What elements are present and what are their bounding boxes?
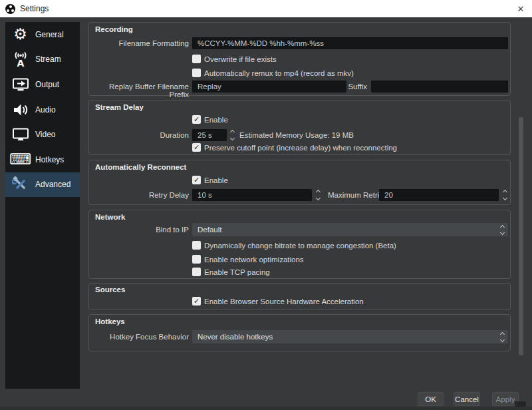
remux-label: Automatically remux to mp4 (record as mk… [204, 69, 354, 77]
sidebar-item-label: Video [35, 130, 55, 139]
stream-delay-section: Stream Delay Enable Duration Estimated M… [88, 100, 511, 155]
replay-prefix-label: Replay Buffer Filename Prefix [89, 83, 189, 99]
tcp-pacing-label: Enable TCP pacing [204, 268, 270, 276]
auto-reconnect-section: Automatically Reconnect Enable Retry Del… [88, 160, 511, 205]
suffix-label: Suffix [330, 83, 367, 91]
section-title: Automatically Reconnect [95, 163, 186, 171]
settings-window: { "window": { "title": "Settings" }, "ic… [0, 0, 532, 410]
stream-delay-enable-label: Enable [204, 116, 228, 124]
sidebar-item-label: General [35, 30, 64, 39]
section-title: Stream Delay [95, 103, 144, 111]
dynamic-bitrate-checkbox[interactable] [192, 241, 201, 250]
retry-delay-label: Retry Delay [89, 191, 189, 199]
hotkeys-section: Hotkeys Hotkey Focus Behavior Never disa… [88, 314, 511, 351]
dynamic-bitrate-label: Dynamically change bitrate to manage con… [204, 242, 396, 250]
keyboard-icon: ⌨ [11, 150, 29, 168]
hotkey-focus-dropdown[interactable]: Never disable hotkeys [192, 330, 508, 343]
window-title: Settings [20, 4, 49, 13]
section-title: Network [95, 213, 125, 221]
filename-formatting-label: Filename Formatting [89, 39, 189, 47]
svg-text:A: A [17, 58, 24, 68]
crossed-tools-icon [11, 176, 29, 194]
retry-delay-spinbox[interactable] [192, 189, 312, 201]
sidebar-item-advanced[interactable]: Advanced [5, 172, 80, 198]
dropdown-chevrons-icon [501, 330, 504, 343]
retry-delay-spin-arrows[interactable] [313, 189, 323, 201]
replay-prefix-input[interactable] [192, 81, 346, 93]
sidebar-item-hotkeys[interactable]: ⌨ Hotkeys [5, 147, 80, 172]
bind-to-ip-value: Default [198, 226, 221, 234]
remux-checkbox[interactable] [192, 69, 201, 77]
browser-hw-accel-label: Enable Browser Source Hardware Accelerat… [204, 298, 364, 306]
sidebar-item-label: Audio [35, 105, 56, 114]
cancel-button[interactable]: Cancel [454, 392, 480, 406]
bind-to-ip-label: Bind to IP [89, 226, 189, 234]
obs-logo-icon [5, 4, 15, 14]
sidebar-item-output[interactable]: Output [5, 72, 80, 97]
network-optimizations-label: Enable network optimizations [204, 256, 304, 264]
watermark [515, 401, 526, 407]
ok-button[interactable]: OK [418, 392, 444, 406]
duration-spin-arrows[interactable] [227, 129, 237, 141]
overwrite-label: Overwrite if file exists [204, 55, 277, 63]
broadcast-antenna-icon: A [11, 51, 29, 69]
settings-sidebar: ⚙ General A Stream Output [5, 22, 80, 389]
memory-usage-text: Estimated Memory Usage: 19 MB [239, 131, 354, 139]
gear-icon: ⚙ [11, 25, 29, 43]
network-section: Network Bind to IP Default Dynamically c… [88, 210, 511, 279]
recording-section: Recording Filename Formatting Overwrite … [88, 22, 511, 96]
sidebar-item-label: Advanced [35, 180, 70, 189]
preserve-cutoff-label: Preserve cutoff point (increase delay) w… [204, 144, 397, 152]
reconnect-enable-checkbox[interactable] [192, 176, 201, 184]
sidebar-item-stream[interactable]: A Stream [5, 47, 80, 73]
monitor-arrow-icon [11, 75, 29, 93]
section-title: Recording [95, 25, 133, 33]
sidebar-item-audio[interactable]: Audio [5, 97, 80, 122]
max-retries-spin-arrows[interactable] [500, 189, 509, 201]
section-title: Hotkeys [95, 317, 125, 325]
sources-section: Sources Enable Browser Source Hardware A… [88, 283, 511, 310]
section-title: Sources [95, 286, 125, 294]
network-optimizations-checkbox[interactable] [192, 255, 201, 264]
hotkey-focus-value: Never disable hotkeys [198, 333, 273, 341]
filename-formatting-input[interactable] [192, 37, 508, 49]
suffix-input[interactable] [371, 81, 508, 93]
max-retries-spinbox[interactable] [379, 189, 499, 201]
stream-delay-enable-checkbox[interactable] [192, 115, 201, 124]
sidebar-item-label: Stream [35, 55, 61, 64]
titlebar: Settings ✕ [0, 0, 532, 17]
close-icon[interactable]: ✕ [513, 2, 528, 15]
bind-to-ip-dropdown[interactable]: Default [192, 223, 508, 236]
vertical-scrollbar[interactable] [519, 117, 523, 355]
browser-hw-accel-checkbox[interactable] [192, 297, 201, 306]
hotkey-focus-label: Hotkey Focus Behavior [89, 333, 189, 341]
tcp-pacing-checkbox[interactable] [192, 268, 201, 276]
sidebar-item-label: Output [35, 80, 59, 89]
sidebar-item-video[interactable]: Video [5, 122, 80, 147]
sidebar-item-label: Hotkeys [35, 155, 64, 164]
speaker-icon [11, 101, 29, 118]
reconnect-enable-label: Enable [204, 176, 228, 184]
duration-label: Duration [89, 131, 189, 139]
duration-spinbox[interactable] [192, 129, 227, 141]
dropdown-chevrons-icon [501, 223, 504, 236]
sidebar-item-general[interactable]: ⚙ General [5, 22, 80, 47]
preserve-cutoff-checkbox[interactable] [192, 143, 201, 152]
monitor-icon [11, 126, 29, 144]
overwrite-checkbox[interactable] [192, 55, 201, 63]
window-bottom-edge [0, 407, 532, 410]
